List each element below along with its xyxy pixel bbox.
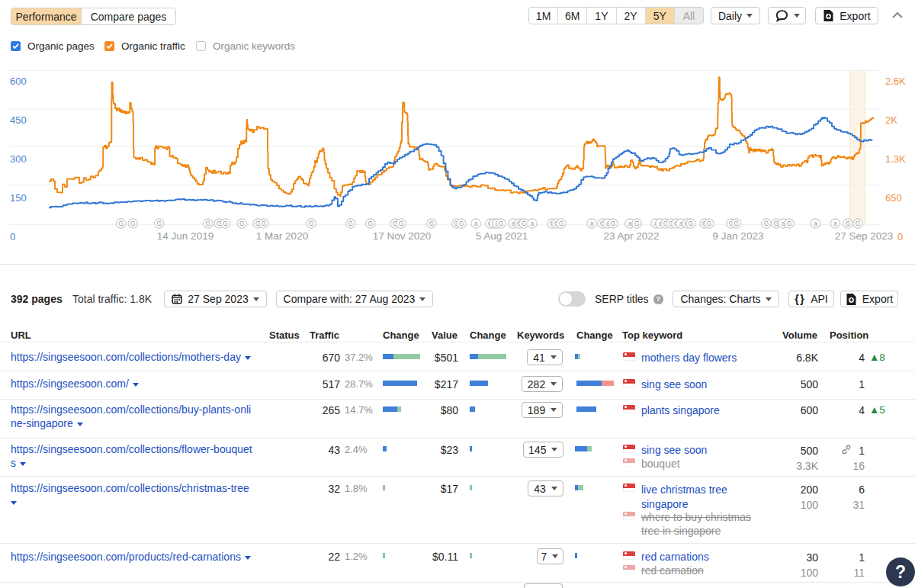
svg-text:G: G	[846, 220, 851, 227]
svg-text:G: G	[348, 220, 354, 227]
svg-text:G: G	[459, 220, 464, 227]
svg-text:G: G	[856, 220, 861, 227]
svg-text:G: G	[156, 220, 162, 227]
svg-text:G: G	[634, 220, 640, 227]
svg-text:G: G	[399, 220, 404, 227]
svg-text:G: G	[787, 220, 792, 227]
svg-text:a: a	[833, 220, 837, 227]
svg-text:G: G	[559, 220, 564, 227]
svg-text:G: G	[130, 220, 136, 227]
svg-text:a: a	[590, 220, 594, 227]
svg-text:G: G	[118, 220, 124, 227]
svg-text:G: G	[223, 220, 228, 227]
svg-text:a: a	[474, 220, 478, 227]
svg-text:G: G	[522, 220, 527, 227]
svg-text:G: G	[206, 220, 211, 227]
svg-text:G: G	[764, 220, 769, 227]
svg-text:G: G	[499, 220, 504, 227]
svg-text:G: G	[707, 220, 712, 227]
svg-text:G: G	[429, 220, 435, 227]
svg-text:G: G	[689, 220, 694, 227]
svg-text:G: G	[309, 220, 314, 227]
svg-text:G: G	[239, 220, 245, 227]
svg-text:G: G	[734, 220, 739, 227]
svg-text:a: a	[531, 220, 535, 227]
svg-text:a: a	[628, 220, 632, 227]
svg-text:G: G	[262, 220, 267, 227]
svg-text:G: G	[611, 220, 616, 227]
svg-text:a: a	[814, 220, 817, 227]
svg-text:G: G	[368, 220, 373, 227]
